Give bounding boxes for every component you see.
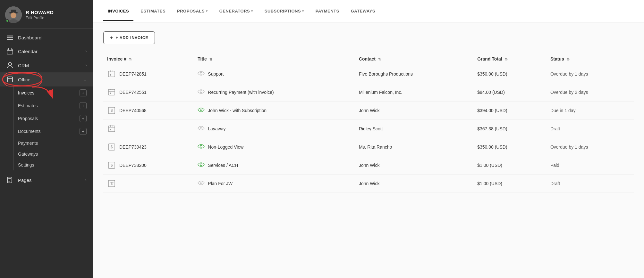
cell-grand-total: $367.38 (USD) bbox=[473, 120, 547, 138]
sub-border-line bbox=[13, 149, 13, 159]
sub-border-line bbox=[13, 86, 13, 99]
cell-title: Non-Logged View bbox=[194, 138, 355, 156]
grand-total-value: $84.00 (USD) bbox=[477, 90, 505, 95]
sub-border-line bbox=[13, 112, 13, 125]
svg-rect-5 bbox=[7, 36, 13, 37]
invoice-icon: $ bbox=[107, 143, 116, 151]
edit-profile-link[interactable]: Edit Profile bbox=[26, 16, 54, 20]
sidebar-sub-item-settings[interactable]: Settings bbox=[0, 159, 93, 170]
cell-invoice-num: $ DEEP739423 bbox=[103, 138, 194, 156]
sidebar: R HOWARD Edit Profile Dashboard bbox=[0, 0, 93, 278]
sidebar-item-calendar[interactable]: Calendar › bbox=[0, 44, 93, 58]
chevron-right-icon: › bbox=[85, 178, 87, 182]
sidebar-item-office[interactable]: Office ⌄ bbox=[0, 72, 93, 86]
tab-invoices[interactable]: INVOICES bbox=[103, 1, 133, 21]
sidebar-sub-item-payments[interactable]: Payments bbox=[0, 138, 93, 149]
cell-grand-total: $350.00 (USD) bbox=[473, 65, 547, 83]
chevron-right-icon: › bbox=[85, 63, 87, 68]
sidebar-sub-item-gateways[interactable]: Gateways bbox=[0, 149, 93, 159]
table-row[interactable]: DEEP742551 Recurring Payment (with invoi… bbox=[103, 83, 634, 102]
svg-rect-7 bbox=[7, 39, 13, 40]
tab-subscriptions[interactable]: SUBSCRIPTIONS ▾ bbox=[260, 1, 309, 21]
status-badge: Due in 1 day bbox=[550, 108, 576, 113]
invoice-icon bbox=[107, 88, 116, 97]
svg-point-42 bbox=[200, 127, 202, 129]
profile-info: R HOWARD Edit Profile bbox=[26, 10, 54, 20]
grand-total-value: $350.00 (USD) bbox=[477, 144, 507, 150]
pages-icon bbox=[6, 177, 13, 183]
sort-icon: ⇅ bbox=[567, 57, 570, 61]
cell-invoice-num: $ DEEP740568 bbox=[103, 102, 194, 120]
col-contact[interactable]: Contact ⇅ bbox=[355, 53, 473, 65]
cell-status: Draft bbox=[547, 120, 634, 138]
tab-generators[interactable]: GENERATORS ▾ bbox=[215, 1, 258, 21]
svg-rect-20 bbox=[8, 180, 11, 180]
add-invoice-button[interactable]: + + ADD INVOICE bbox=[103, 31, 155, 44]
visibility-icon bbox=[198, 144, 205, 150]
table-header: Invoice # ⇅ Title ⇅ Contact ⇅ Grand Tota… bbox=[103, 53, 634, 65]
invoice-title: Recurring Payment (with invoice) bbox=[208, 90, 274, 95]
invoice-number-value: DEEP742551 bbox=[119, 90, 147, 95]
table-row[interactable]: Layaway Ridley Scott $367.38 (USD) Draft bbox=[103, 120, 634, 138]
page-content: + + ADD INVOICE Invoice # ⇅ Title ⇅ Cont… bbox=[93, 22, 644, 278]
add-estimates-sidebar-button[interactable]: + bbox=[80, 102, 87, 109]
table-body: DEEP742851 Support Five Boroughs Product… bbox=[103, 65, 634, 193]
sub-border-line bbox=[13, 138, 13, 149]
cell-invoice-num: $ bbox=[103, 175, 194, 193]
visibility-icon bbox=[198, 71, 205, 77]
svg-point-48 bbox=[200, 164, 202, 166]
col-status[interactable]: Status ⇅ bbox=[547, 53, 634, 65]
office-submenu: Invoices + Estimates + Proposals + Docum… bbox=[0, 86, 93, 170]
sidebar-sub-item-invoices[interactable]: Invoices + bbox=[0, 86, 93, 99]
col-title[interactable]: Title ⇅ bbox=[194, 53, 355, 65]
table-row[interactable]: $ DEEP738200 Services / ACH John Wick $1… bbox=[103, 156, 634, 175]
svg-point-36 bbox=[200, 109, 202, 111]
cell-grand-total: $84.00 (USD) bbox=[473, 83, 547, 102]
sidebar-sub-item-estimates[interactable]: Estimates + bbox=[0, 99, 93, 112]
sidebar-item-dashboard[interactable]: Dashboard bbox=[0, 31, 93, 44]
col-grand-total[interactable]: Grand Total ⇅ bbox=[473, 53, 547, 65]
table-row[interactable]: $ DEEP740568 John Wick - with Subscripti… bbox=[103, 102, 634, 120]
sidebar-navigation: Dashboard Calendar › bbox=[0, 29, 93, 278]
svg-rect-41 bbox=[110, 129, 111, 130]
cell-contact: Ridley Scott bbox=[355, 120, 473, 138]
tab-gateways[interactable]: GATEWAYS bbox=[346, 1, 380, 21]
sort-icon: ⇅ bbox=[378, 57, 381, 61]
table-row[interactable]: $ DEEP739423 Non-Logged View Ms. Rita Ra… bbox=[103, 138, 634, 156]
sidebar-item-crm[interactable]: CRM › bbox=[0, 58, 93, 72]
col-invoice-num[interactable]: Invoice # ⇅ bbox=[103, 53, 194, 65]
tab-proposals[interactable]: PROPOSALS ▾ bbox=[173, 1, 212, 21]
invoice-icon bbox=[107, 70, 116, 78]
sidebar-item-pages[interactable]: Pages › bbox=[0, 173, 93, 187]
office-icon bbox=[6, 76, 13, 83]
tab-payments[interactable]: PAYMENTS bbox=[311, 1, 344, 21]
sub-border-line bbox=[13, 99, 13, 112]
cell-grand-total: $1.00 (USD) bbox=[473, 156, 547, 175]
add-documents-sidebar-button[interactable]: + bbox=[80, 128, 87, 135]
sidebar-sub-item-documents[interactable]: Documents + bbox=[0, 125, 93, 138]
status-badge: Paid bbox=[550, 163, 559, 168]
grand-total-value: $394.00 (USD) bbox=[477, 108, 507, 113]
sort-icon: ⇅ bbox=[209, 57, 212, 61]
svg-point-12 bbox=[8, 62, 12, 66]
svg-point-45 bbox=[200, 145, 202, 147]
svg-rect-6 bbox=[7, 37, 13, 38]
cell-status: Overdue by 2 days bbox=[547, 83, 634, 102]
table-row[interactable]: DEEP742851 Support Five Boroughs Product… bbox=[103, 65, 634, 83]
sidebar-sub-item-proposals[interactable]: Proposals + bbox=[0, 112, 93, 125]
status-badge: Draft bbox=[550, 126, 560, 131]
tab-estimates[interactable]: ESTIMATES bbox=[136, 1, 170, 21]
add-invoice-sidebar-button[interactable]: + bbox=[80, 89, 87, 96]
svg-text:$: $ bbox=[111, 145, 113, 149]
sidebar-item-label: Office bbox=[18, 77, 83, 82]
sidebar-profile[interactable]: R HOWARD Edit Profile bbox=[0, 0, 93, 29]
visibility-icon bbox=[198, 108, 205, 113]
grand-total-value: $350.00 (USD) bbox=[477, 71, 507, 77]
add-proposals-sidebar-button[interactable]: + bbox=[80, 115, 87, 122]
settings-label: Settings bbox=[18, 162, 34, 168]
svg-rect-8 bbox=[7, 49, 13, 54]
cell-contact: Ms. Rita Rancho bbox=[355, 138, 473, 156]
invoice-title: Support bbox=[208, 71, 224, 77]
add-icon: + bbox=[110, 35, 113, 41]
table-row[interactable]: $ Plan For JW John Wick $1.00 (USD) Draf… bbox=[103, 175, 634, 193]
